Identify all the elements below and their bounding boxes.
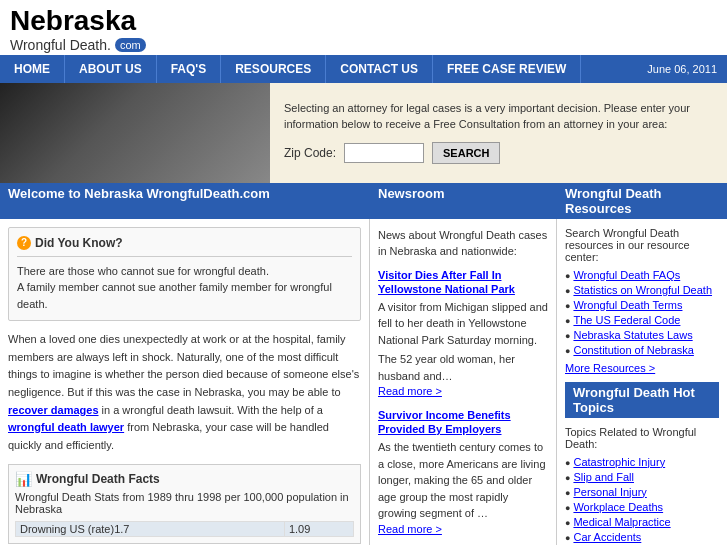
news-link-2[interactable]: Survivor Income Benefits Provided By Emp… xyxy=(378,409,511,435)
more-resources-link[interactable]: More Resources > xyxy=(565,362,719,374)
section-header-mid: Newsroom xyxy=(370,183,557,219)
did-you-know-title: ? Did You Know? xyxy=(17,236,352,250)
hero-form: Zip Code: SEARCH xyxy=(284,142,713,164)
hot-topics-intro: Topics Related to Wrongful Death: xyxy=(565,426,719,450)
nav-resources[interactable]: RESOURCES xyxy=(221,55,326,83)
resources-link-5[interactable]: Constitution of Nebraska xyxy=(573,344,693,356)
section-header-left: Welcome to Nebraska WrongfulDeath.com xyxy=(0,183,370,219)
news-body-2: As the twentieth century comes to a clos… xyxy=(378,439,548,522)
hero-content: Selecting an attorney for legal cases is… xyxy=(270,83,727,183)
resources-link-0[interactable]: Wrongful Death FAQs xyxy=(573,269,680,281)
news-extra-1: The 52 year old woman, her husband and… xyxy=(378,351,548,384)
nav-faqs[interactable]: FAQ'S xyxy=(157,55,222,83)
news-body-1: A visitor from Michigan slipped and fell… xyxy=(378,299,548,349)
section-headers: Welcome to Nebraska WrongfulDeath.com Ne… xyxy=(0,183,727,219)
search-button[interactable]: SEARCH xyxy=(432,142,500,164)
site-title: Nebraska xyxy=(10,6,717,37)
left-column: ? Did You Know? There are those who cann… xyxy=(0,219,370,545)
table-cell: 1.09 xyxy=(284,522,353,537)
zip-input[interactable] xyxy=(344,143,424,163)
resources-intro: Search Wrongful Death resources in our r… xyxy=(565,227,719,263)
hot-topic-1[interactable]: Slip and Fall xyxy=(573,471,634,483)
dotcom-badge: com xyxy=(115,38,146,52)
hot-topic-0[interactable]: Catastrophic Injury xyxy=(573,456,665,468)
list-item: Nebraska Statutes Laws xyxy=(565,329,719,341)
nav-home[interactable]: HOME xyxy=(0,55,65,83)
hot-topics-section: Topics Related to Wrongful Death: Catast… xyxy=(565,426,719,543)
news-item-1: Visitor Dies After Fall In Yellowstone N… xyxy=(378,268,548,399)
list-item: Wrongful Death Terms xyxy=(565,299,719,311)
section-header-right: Wrongful Death Resources xyxy=(557,183,727,219)
hero-description: Selecting an attorney for legal cases is… xyxy=(284,101,713,132)
list-item: Slip and Fall xyxy=(565,471,719,483)
facts-box: 📊 Wrongful Death Facts Wrongful Death St… xyxy=(8,464,361,544)
main-content: ? Did You Know? There are those who cann… xyxy=(0,219,727,545)
did-you-know-text: There are those who cannot sue for wrong… xyxy=(17,256,352,313)
list-item: Constitution of Nebraska xyxy=(565,344,719,356)
wrongful-death-lawyer-link[interactable]: wrongful death lawyer xyxy=(8,421,124,433)
list-item: Wrongful Death FAQs xyxy=(565,269,719,281)
hot-topics-list: Catastrophic Injury Slip and Fall Person… xyxy=(565,456,719,543)
table-cell: Drowning US (rate)1.7 xyxy=(16,522,285,537)
resources-link-2[interactable]: Wrongful Death Terms xyxy=(573,299,682,311)
list-item: Statistics on Wrongful Death xyxy=(565,284,719,296)
nav-about[interactable]: ABOUT US xyxy=(65,55,157,83)
hero-image xyxy=(0,83,270,183)
facts-description: Wrongful Death Stats from 1989 thru 1998… xyxy=(15,491,354,515)
hero-person-image xyxy=(0,83,270,183)
hot-topic-3[interactable]: Workplace Deaths xyxy=(573,501,663,513)
did-you-know-box: ? Did You Know? There are those who cann… xyxy=(8,227,361,322)
news-link-1[interactable]: Visitor Dies After Fall In Yellowstone N… xyxy=(378,269,515,295)
list-item: Car Accidents xyxy=(565,531,719,543)
question-icon: ? xyxy=(17,236,31,250)
subtitle-text: Wrongful Death. xyxy=(10,37,111,53)
site-subtitle: Wrongful Death. com xyxy=(10,37,717,53)
facts-title: 📊 Wrongful Death Facts xyxy=(15,471,354,487)
did-you-know-label: Did You Know? xyxy=(35,236,123,250)
read-more-2[interactable]: Read more > xyxy=(378,523,442,535)
main-body-text: When a loved one dies unexpectedly at wo… xyxy=(8,331,361,454)
nav-bar: HOME ABOUT US FAQ'S RESOURCES CONTACT US… xyxy=(0,55,727,83)
header: Nebraska Wrongful Death. com xyxy=(0,0,727,55)
list-item: The US Federal Code xyxy=(565,314,719,326)
nav-contact[interactable]: CONTACT US xyxy=(326,55,433,83)
mid-column: News about Wrongful Death cases in Nebra… xyxy=(370,219,557,545)
list-item: Workplace Deaths xyxy=(565,501,719,513)
zip-label: Zip Code: xyxy=(284,146,336,160)
chart-icon: 📊 xyxy=(15,471,32,487)
list-item: Personal Injury xyxy=(565,486,719,498)
list-item: Medical Malpractice xyxy=(565,516,719,528)
table-row: Drowning US (rate)1.7 1.09 xyxy=(16,522,354,537)
right-column: Search Wrongful Death resources in our r… xyxy=(557,219,727,545)
hot-topics-header: Wrongful Death Hot Topics xyxy=(565,382,719,418)
hot-topic-2[interactable]: Personal Injury xyxy=(573,486,646,498)
resources-link-3[interactable]: The US Federal Code xyxy=(573,314,680,326)
resources-list: Wrongful Death FAQs Statistics on Wrongf… xyxy=(565,269,719,356)
facts-table: Drowning US (rate)1.7 1.09 xyxy=(15,521,354,537)
list-item: Catastrophic Injury xyxy=(565,456,719,468)
resources-link-1[interactable]: Statistics on Wrongful Death xyxy=(573,284,712,296)
nav-free-case-review[interactable]: FREE CASE REVIEW xyxy=(433,55,581,83)
nav-date: June 06, 2011 xyxy=(637,55,727,83)
recover-damages-link[interactable]: recover damages xyxy=(8,404,99,416)
resources-link-4[interactable]: Nebraska Statutes Laws xyxy=(573,329,692,341)
read-more-1[interactable]: Read more > xyxy=(378,385,442,397)
news-item-2: Survivor Income Benefits Provided By Emp… xyxy=(378,408,548,536)
newsroom-intro: News about Wrongful Death cases in Nebra… xyxy=(378,227,548,260)
hot-topic-4[interactable]: Medical Malpractice xyxy=(573,516,670,528)
hero-section: Selecting an attorney for legal cases is… xyxy=(0,83,727,183)
hot-topic-5[interactable]: Car Accidents xyxy=(573,531,641,543)
